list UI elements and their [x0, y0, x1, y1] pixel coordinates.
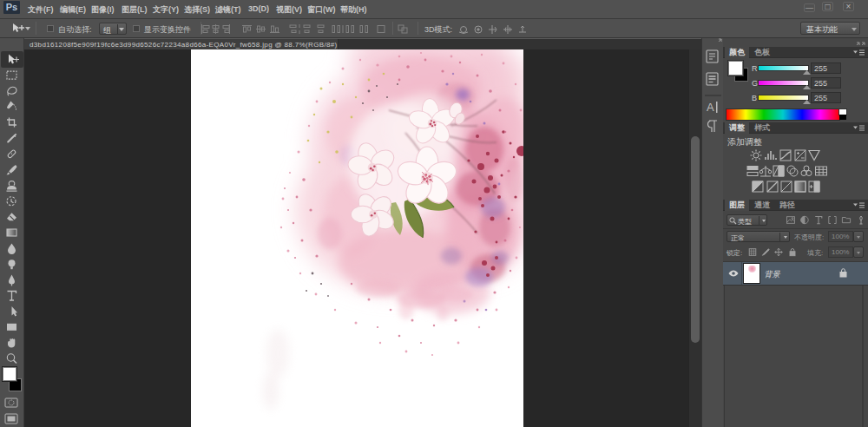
svg-text:A: A [707, 101, 714, 114]
